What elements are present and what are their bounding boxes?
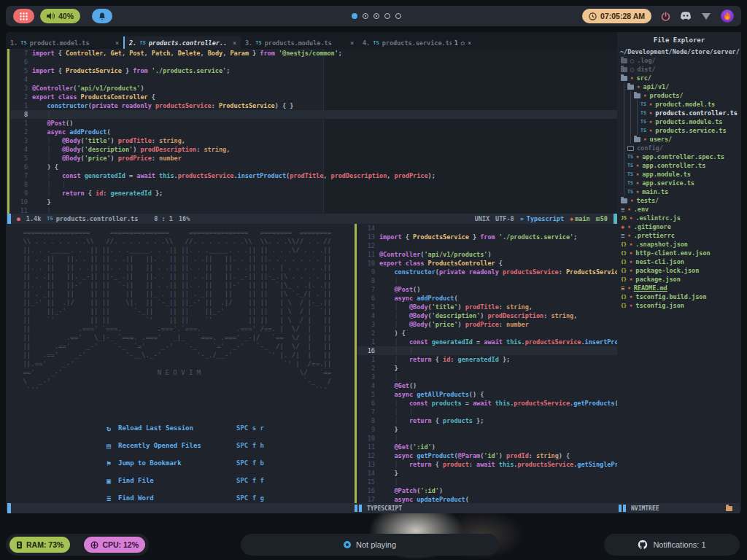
clock-widget[interactable]: 07:05:28 AM bbox=[582, 9, 651, 23]
user-avatar[interactable] bbox=[721, 9, 734, 23]
tab-close-icon[interactable]: × bbox=[233, 39, 236, 47]
dashboard-menu-item[interactable]: ↻Reload Last SessionSPC s r bbox=[7, 419, 353, 437]
file-tree-item[interactable]: config/ bbox=[617, 144, 741, 152]
code-text: async updateProduct( bbox=[379, 495, 469, 503]
file-tree-item[interactable]: ★users/ bbox=[617, 135, 741, 144]
tab[interactable]: 2.TSproducts.controller..× bbox=[123, 36, 241, 49]
code-text: @Controller('api/v1/products') bbox=[32, 84, 144, 93]
code-line: 3 │ @Body('title') prodTitle: string, bbox=[10, 136, 617, 145]
line-number: 3 bbox=[357, 320, 379, 329]
media-widget[interactable]: Not playing bbox=[241, 534, 499, 556]
tab-close-icon[interactable]: × bbox=[350, 39, 354, 47]
file-tree-item[interactable]: ★tests/ bbox=[617, 196, 741, 205]
tab[interactable]: 4.TSproducts.service.ts1○× bbox=[358, 36, 476, 49]
file-tree-item[interactable]: ★api/v1/ bbox=[617, 82, 741, 91]
code-text: │ │ bbox=[379, 408, 413, 416]
notification-bell-button[interactable] bbox=[92, 9, 112, 23]
tab[interactable]: 3.TSproducts.module.ts× bbox=[241, 36, 358, 49]
notifications-widget[interactable]: Notifications: 1 bbox=[604, 534, 740, 556]
json-file-icon: {} bbox=[621, 240, 627, 249]
app-grid-button[interactable] bbox=[13, 9, 34, 23]
volume-widget[interactable]: 40% bbox=[40, 9, 80, 23]
dashboard-menu-item[interactable]: ≡Find WordSPC f g bbox=[7, 489, 353, 503]
file-tree-item[interactable]: TS★main.ts bbox=[617, 187, 741, 196]
file-tree-item[interactable]: TS★products.module.ts bbox=[617, 117, 741, 126]
workspace-dot-busy[interactable] bbox=[363, 13, 368, 19]
buffer-size: 1.4k bbox=[26, 215, 41, 222]
file-name: users/ bbox=[650, 135, 673, 144]
cpu-widget[interactable]: CPU: 12% bbox=[84, 537, 145, 553]
dashboard-menu-item[interactable]: ▣Find FileSPC f f bbox=[7, 472, 353, 489]
line-number: 9 bbox=[357, 268, 379, 276]
file-tree-item[interactable]: TS★app.service.ts bbox=[617, 179, 741, 187]
line-number: 7 bbox=[357, 285, 379, 294]
dashboard-menu-item[interactable]: ⚑Jump to BookmarkSPC f b bbox=[7, 454, 353, 472]
file-tree-item[interactable]: TS★app.module.ts bbox=[617, 170, 741, 179]
file-tree-item[interactable]: ≡★README.md bbox=[617, 284, 741, 292]
tab-close-icon[interactable]: × bbox=[115, 39, 119, 47]
code-text: │ @Body('description') prodDescription: … bbox=[379, 311, 577, 320]
nvimtree-label: NVIMTREE bbox=[631, 505, 659, 512]
jump-to-bookmark-icon: ⚑ bbox=[107, 459, 118, 467]
tab-close-icon[interactable]: × bbox=[468, 39, 471, 47]
line-number: 2 bbox=[357, 329, 379, 338]
wifi-icon[interactable] bbox=[701, 12, 711, 20]
line-number: 8 bbox=[357, 416, 379, 425]
ram-widget[interactable]: RAM: 73% bbox=[9, 537, 70, 553]
code-text: } bbox=[32, 198, 51, 206]
code-text: │ const products = await this.productsSe… bbox=[379, 399, 617, 408]
folder-icon bbox=[634, 93, 640, 98]
code-line: 3 │ bbox=[357, 373, 617, 381]
file-name: nest-cli.json bbox=[635, 257, 684, 266]
file-tree-item[interactable]: ◈★.gitignore bbox=[617, 222, 741, 231]
code-line: 9 } bbox=[357, 425, 617, 434]
editor-top[interactable]: 7import { Controller, Get, Post, Patch, … bbox=[7, 49, 617, 214]
folder-icon bbox=[627, 146, 634, 151]
file-tree-item[interactable]: ≡★.prettierrc bbox=[617, 231, 741, 240]
file-tree-item[interactable]: ★src/ bbox=[617, 74, 741, 82]
code-text: │ bbox=[379, 434, 398, 443]
file-tree-item[interactable]: {}★tsconfig.json bbox=[617, 301, 741, 310]
folder-icon bbox=[634, 137, 640, 142]
file-tree-item[interactable]: TS★products.service.ts bbox=[617, 126, 741, 135]
statusline: ● 1.4k TS products.controller.ts 8 : 1 1… bbox=[7, 214, 617, 224]
find-file-icon: ▣ bbox=[107, 477, 118, 485]
workspace-dot-active[interactable] bbox=[352, 13, 357, 19]
menu-label: Reload Last Session bbox=[118, 424, 229, 432]
file-tree-item[interactable]: {}★package-lock.json bbox=[617, 266, 741, 275]
file-tree-item[interactable]: {}★tsconfig.build.json bbox=[617, 292, 741, 301]
file-tree-item[interactable]: TS★product.model.ts bbox=[617, 100, 741, 109]
workspace-dot-busy[interactable] bbox=[374, 13, 379, 19]
code-line: 8 │ bbox=[10, 110, 617, 119]
code-text: export class ProductsController { bbox=[379, 259, 503, 268]
code-text: │ @Body('price') prodPrice: number bbox=[32, 154, 182, 163]
file-tree-item[interactable]: ≡★.env bbox=[617, 205, 741, 214]
workspace-dot-empty[interactable] bbox=[384, 13, 390, 19]
file-tree-item[interactable]: TS★app.controller.spec.ts bbox=[617, 152, 741, 161]
file-tree-item[interactable]: {}★package.json bbox=[617, 275, 741, 284]
bookmark-star-icon: ★ bbox=[627, 205, 631, 214]
bookmark-star-icon: ★ bbox=[630, 249, 633, 257]
file-name: api/v1/ bbox=[643, 82, 670, 91]
line-number: 13 bbox=[357, 233, 379, 241]
code-text: │ bbox=[379, 276, 398, 285]
file-tree-item[interactable]: ○dist/ bbox=[617, 65, 741, 74]
dashboard-menu-item[interactable]: ▤Recently Opened FilesSPC f h bbox=[7, 437, 353, 454]
file-tree-item[interactable]: ★products/ bbox=[617, 91, 741, 100]
tab[interactable]: 1.TSproduct.model.ts× bbox=[6, 36, 123, 49]
file-tree-item[interactable]: {}★.snapshot.json bbox=[617, 240, 741, 249]
file-tree-item[interactable]: {}★http-client.env.json bbox=[617, 249, 741, 257]
file-tree-item[interactable]: ○.log/ bbox=[617, 56, 741, 65]
code-text: │ @Body('price') prodPrice: number bbox=[379, 320, 529, 329]
file-tree-item[interactable]: {}★nest-cli.json bbox=[617, 257, 741, 266]
file-tree-item[interactable]: TS★products.controller.ts bbox=[617, 109, 741, 117]
file-name: app.service.ts bbox=[642, 179, 694, 187]
file-tree-item[interactable]: JS★.eslintrc.js bbox=[617, 214, 741, 222]
file-tree-item[interactable]: TS★app.controller.ts bbox=[617, 161, 741, 170]
power-icon[interactable] bbox=[661, 12, 670, 21]
code-line: 2export class ProductsController { bbox=[10, 93, 617, 101]
editor-bottom[interactable]: 1413import { ProductsService } from './p… bbox=[355, 224, 617, 503]
discord-icon[interactable] bbox=[680, 12, 692, 20]
file-name: package.json bbox=[635, 275, 680, 284]
workspace-dot-empty[interactable] bbox=[395, 13, 401, 19]
